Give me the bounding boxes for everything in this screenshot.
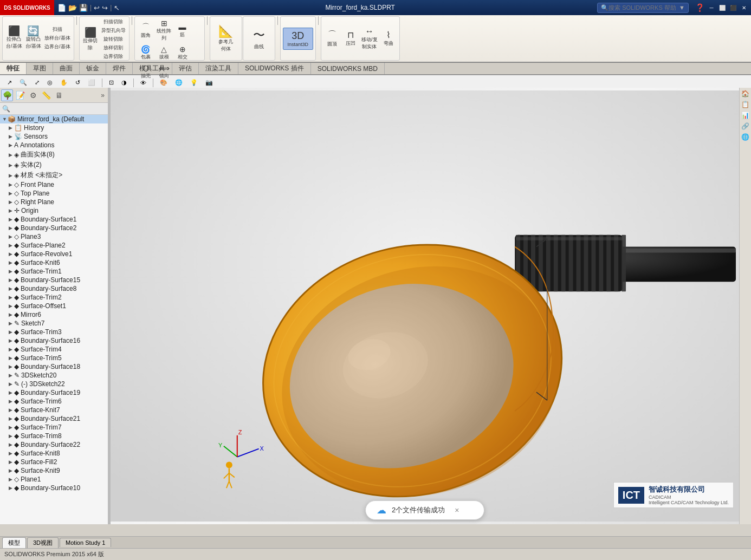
right-btn-home[interactable]: 🏠: [741, 89, 750, 99]
right-btn-report[interactable]: 📋: [741, 100, 750, 109]
minimize-button[interactable]: ─: [707, 3, 716, 12]
tab-mold-tools[interactable]: 模具工具: [133, 63, 172, 74]
tree-item-3dsketch20[interactable]: ▶✎3DSketch20: [0, 371, 108, 380]
tree-item-solid-bodies[interactable]: ▶◈实体(2): [0, 160, 108, 170]
ribbon-scan[interactable]: 扫描: [43, 25, 72, 34]
view-hide-show[interactable]: 👁: [138, 79, 149, 87]
tree-item-boundary-surface21[interactable]: ▶◆Boundary-Surface21: [0, 414, 108, 423]
ribbon-rib[interactable]: ▬ 筋: [174, 22, 191, 40]
tree-item-plane1[interactable]: ▶◇Plane1: [0, 475, 108, 484]
tree-item-surface-trim8[interactable]: ▶◆Surface-Trim8: [0, 432, 108, 440]
ribbon-linear-pattern[interactable]: ⊞ 线性阵列: [156, 18, 173, 43]
save-icon[interactable]: 💾: [79, 4, 88, 12]
tree-item-top-plane[interactable]: ▶◇Top Plane: [0, 189, 108, 198]
tree-item-surface-trim6[interactable]: ▶◆Surface-Trim6: [0, 397, 108, 406]
ribbon-curves[interactable]: 〜 曲线: [250, 26, 268, 51]
ribbon-indent[interactable]: ⊓ 压凹: [342, 29, 359, 48]
ribbon-intersect[interactable]: ⊕ 相交: [174, 44, 191, 62]
tree-item-surface-trim4[interactable]: ▶◆Surface-Trim4: [0, 345, 108, 354]
tree-item-boundary-surface22[interactable]: ▶◆Boundary-Surface22: [0, 440, 108, 449]
maximize-button[interactable]: ⬛: [728, 3, 738, 12]
tab-sw-addins[interactable]: SOLIDWORKS 插件: [238, 63, 311, 74]
ribbon-wrap[interactable]: 🌀 包裹: [137, 44, 154, 62]
ribbon-instant3d[interactable]: 3D Instant3D: [283, 28, 314, 50]
sidebar-tab-display-manager[interactable]: 🖥: [53, 89, 65, 101]
ribbon-loft[interactable]: 放样台/基体: [43, 34, 72, 42]
ribbon-draft[interactable]: △ 拔模: [156, 44, 173, 62]
tree-item-3dsketch22[interactable]: ▶✎(-) 3DSketch22: [0, 380, 108, 388]
tree-item-boundary-surface2[interactable]: ▶◆Boundary-Surface2: [0, 224, 108, 232]
tree-item-boundary-surface16[interactable]: ▶◆Boundary-Surface16: [0, 336, 108, 345]
tree-item-surface-trim5[interactable]: ▶◆Surface-Trim5: [0, 354, 108, 362]
view-pan[interactable]: ✋: [57, 78, 70, 87]
tab-sketch[interactable]: 草图: [27, 63, 53, 74]
view-display-shaded[interactable]: ◑: [119, 78, 130, 87]
view-scene[interactable]: 🌐: [172, 78, 185, 87]
view-orient[interactable]: ↗: [4, 78, 15, 87]
tab-features[interactable]: 特征: [0, 63, 27, 74]
sidebar-tab-property-manager[interactable]: 📝: [14, 89, 26, 101]
tree-item-boundary-surface10[interactable]: ▶◆Boundary-Surface10: [0, 484, 108, 492]
ribbon-reference-geometry[interactable]: 📐 参考几何体: [217, 23, 235, 54]
view-zoom-in[interactable]: 🔍: [17, 78, 30, 87]
tree-item-sketch7[interactable]: ▶✎Sketch7: [0, 319, 108, 328]
filter-icon[interactable]: 🔍: [2, 105, 10, 113]
tree-item-surface-knit9[interactable]: ▶◆Surface-Knit9: [0, 466, 108, 475]
right-btn-link[interactable]: 🔗: [741, 121, 750, 131]
tree-item-surface-plane2[interactable]: ▶◆Surface-Plane2: [0, 241, 108, 250]
tab-sheet-metal[interactable]: 钣金: [80, 63, 106, 74]
view-lighting[interactable]: 💡: [187, 78, 200, 87]
tree-item-annotations[interactable]: ▶AAnnotations: [0, 141, 108, 149]
ribbon-revolve-boss[interactable]: 🔄 旋转凸台/基体: [24, 25, 43, 51]
tree-item-front-plane[interactable]: ▶◇Front Plane: [0, 180, 108, 189]
tree-item-history[interactable]: ▶📋History: [0, 123, 108, 132]
tab-surface[interactable]: 曲面: [53, 63, 80, 74]
tree-item-root[interactable]: ▼📦Mirror_ford_ka (Default: [0, 115, 108, 123]
ribbon-extrude-cut[interactable]: ⬛ 拉伸切除: [82, 27, 99, 53]
view-rotate[interactable]: ↺: [73, 78, 83, 87]
tab-3dview[interactable]: 3D视图: [27, 537, 59, 548]
tree-item-surface-knit7[interactable]: ▶◆Surface-Knit7: [0, 406, 108, 414]
viewport[interactable]: X Y Z ☁ 2个文件传输成功 ×: [111, 88, 739, 524]
view-display-wireframe[interactable]: ⊡: [106, 78, 116, 87]
tree-item-surface-trim7[interactable]: ▶◆Surface-Trim7: [0, 423, 108, 432]
ribbon-hole[interactable]: 异型孔向导: [100, 27, 127, 35]
tree-item-mirror6[interactable]: ▶◆Mirror6: [0, 310, 108, 319]
tree-item-surface-bodies[interactable]: ▶◈曲面实体(8): [0, 149, 108, 160]
notification-close-button[interactable]: ×: [455, 506, 459, 515]
tab-render[interactable]: 渲染工具: [199, 63, 238, 74]
view-camera[interactable]: 📷: [203, 78, 216, 87]
ribbon-revolve-cut[interactable]: 旋转切除: [100, 35, 127, 43]
ribton-extrude-boss[interactable]: ⬛ 拉伸凸台/基体: [5, 25, 23, 51]
tree-item-surface-revolve1[interactable]: ▶◆Surface-Revolve1: [0, 250, 108, 258]
tree-item-surface-knit8[interactable]: ▶◆Surface-Knit8: [0, 449, 108, 458]
notification-bar[interactable]: ☁ 2个文件传输成功 ×: [365, 500, 484, 520]
tab-weldments[interactable]: 焊件: [106, 63, 133, 74]
search-input[interactable]: [608, 4, 679, 11]
ribbon-fillet[interactable]: ⌒ 圆角: [137, 21, 154, 40]
tab-sw-mbd[interactable]: SOLIDWORKS MBD: [311, 63, 385, 74]
view-section[interactable]: ⬜: [85, 78, 98, 87]
restore-button[interactable]: ⬜: [717, 3, 727, 12]
ribbon-boundary-cut[interactable]: 边界切除: [100, 53, 127, 61]
tab-motion-study[interactable]: Motion Study 1: [60, 538, 111, 547]
new-icon[interactable]: 📄: [57, 4, 66, 12]
ribbon-scan-cut[interactable]: 扫描切除: [100, 18, 127, 26]
tree-item-plane3[interactable]: ▶◇Plane3: [0, 232, 108, 241]
tab-evaluate[interactable]: 评估: [172, 63, 199, 74]
tab-model[interactable]: 模型: [2, 537, 26, 548]
tree-item-surface-knit6[interactable]: ▶◆Surface-Knit6: [0, 258, 108, 267]
cursor-icon[interactable]: ↖: [114, 4, 120, 12]
open-icon[interactable]: 📂: [68, 4, 77, 12]
view-edit-appearance[interactable]: 🎨: [157, 78, 170, 87]
ribbon-boundary[interactable]: 边界台/基体: [43, 43, 72, 51]
tree-item-surface-trim2[interactable]: ▶◆Surface-Trim2: [0, 293, 108, 302]
ribbon-loft-cut[interactable]: 放样切割: [100, 44, 127, 52]
undo-icon[interactable]: ↩: [94, 4, 100, 12]
search-box[interactable]: 🔍 ▼: [597, 3, 689, 13]
ribbon-flex[interactable]: ⌇ 弯曲: [380, 29, 397, 48]
view-zoom-selection[interactable]: ◎: [44, 78, 55, 87]
tree-item-material[interactable]: ▶◈材质 <未指定>: [0, 170, 108, 180]
tree-item-boundary-surface19[interactable]: ▶◆Boundary-Surface19: [0, 388, 108, 397]
sidebar-tab-config-manager[interactable]: ⚙: [27, 89, 39, 101]
